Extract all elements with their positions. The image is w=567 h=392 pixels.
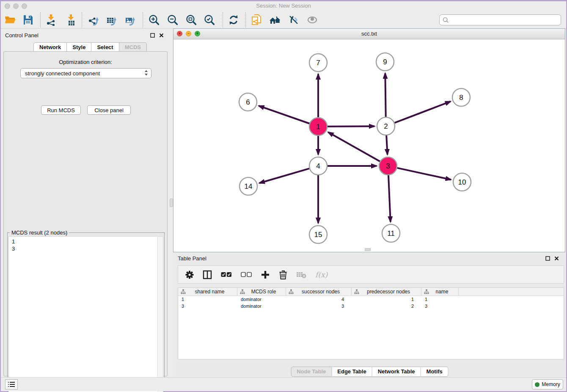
- mcds-result-title: MCDS result (2 nodes): [10, 229, 69, 236]
- network-title: scc.txt: [173, 30, 565, 37]
- export-table-button[interactable]: [105, 13, 118, 27]
- network-edge-2-8[interactable]: [395, 102, 451, 123]
- network-node-10[interactable]: 10: [453, 173, 471, 191]
- save-session-button[interactable]: [21, 13, 35, 27]
- refresh-view-button[interactable]: [227, 13, 240, 27]
- svg-text:7: 7: [316, 59, 320, 67]
- table-panel-title: Table Panel: [178, 255, 206, 262]
- network-edge-3-11[interactable]: [388, 175, 391, 222]
- home-icon: [269, 14, 281, 26]
- network-node-6[interactable]: 6: [239, 93, 257, 111]
- close-panel-icon[interactable]: [159, 33, 164, 38]
- mcds-panel: Optimization criterion: strongly connect…: [3, 51, 168, 376]
- column-selector-button[interactable]: [203, 270, 212, 279]
- splitter-grip[interactable]: [365, 248, 371, 251]
- criterion-select[interactable]: strongly connected component: [20, 68, 151, 78]
- close-panel-icon[interactable]: [554, 256, 559, 261]
- table-row[interactable]: 3dominator323: [178, 303, 564, 309]
- network-overview-button[interactable]: [306, 13, 319, 27]
- column-header-successor-nodes[interactable]: successor nodes: [286, 288, 352, 295]
- close-panel-button[interactable]: Close panel: [87, 105, 131, 115]
- scrollbar-track[interactable]: [157, 237, 163, 392]
- import-table-icon: [65, 14, 77, 26]
- delete-table-button-disabled: [296, 271, 306, 279]
- table-toolbar: f(x): [178, 265, 564, 284]
- unchecked-boxes-icon: [241, 272, 252, 278]
- delete-table-icon: [296, 271, 306, 279]
- network-node-14[interactable]: 14: [239, 177, 257, 195]
- import-table-button[interactable]: [64, 13, 78, 27]
- export-network-button[interactable]: [87, 13, 100, 27]
- table-cell: 2: [352, 303, 421, 309]
- import-network-button[interactable]: [44, 13, 58, 27]
- export-image-button[interactable]: [124, 13, 137, 27]
- column-header-name[interactable]: name: [421, 288, 459, 295]
- table-row[interactable]: 1dominator411: [178, 296, 564, 303]
- table-options-button[interactable]: [185, 271, 194, 279]
- open-folder-icon: [4, 14, 16, 26]
- splitter-grip[interactable]: [170, 199, 173, 207]
- float-panel-icon[interactable]: [150, 33, 155, 38]
- search-input[interactable]: [451, 16, 561, 24]
- column-type-icon: [424, 289, 429, 294]
- checked-boxes-icon: [221, 272, 232, 278]
- svg-text:4: 4: [316, 162, 320, 170]
- network-node-15[interactable]: 15: [309, 226, 327, 243]
- float-panel-icon[interactable]: [545, 256, 550, 261]
- network-node-2[interactable]: 2: [377, 117, 395, 135]
- tab-motifs[interactable]: Motifs: [421, 367, 449, 377]
- network-node-11[interactable]: 11: [382, 224, 400, 242]
- tab-edge-table[interactable]: Edge Table: [332, 367, 372, 377]
- delete-column-button[interactable]: [279, 270, 287, 279]
- svg-text:14: 14: [245, 182, 253, 190]
- network-node-1[interactable]: 1: [309, 118, 327, 135]
- task-history-button[interactable]: [5, 379, 18, 389]
- network-edge-2-9[interactable]: [385, 73, 385, 117]
- memory-label: Memory: [542, 381, 560, 387]
- network-edge-3-10[interactable]: [397, 168, 451, 180]
- tab-node-table[interactable]: Node Table: [291, 367, 332, 377]
- network-node-9[interactable]: 9: [376, 53, 394, 71]
- zoom-out-icon: [167, 14, 179, 26]
- mcds-result-textarea[interactable]: 1 3: [8, 236, 163, 392]
- column-type-icon: [289, 289, 294, 294]
- clone-network-button[interactable]: [250, 13, 263, 27]
- column-header-predecessor-nodes[interactable]: predecessor nodes: [352, 288, 421, 295]
- network-edge-2-3[interactable]: [386, 135, 387, 155]
- network-node-3[interactable]: 3: [379, 157, 397, 175]
- zoom-out-button[interactable]: [166, 13, 179, 27]
- network-edge-3-1[interactable]: [328, 132, 380, 161]
- import-network-icon: [45, 14, 57, 26]
- tab-network-table[interactable]: Network Table: [372, 367, 421, 377]
- select-all-button[interactable]: [221, 272, 232, 278]
- refresh-icon: [228, 14, 239, 26]
- zoom-selected-button[interactable]: [203, 13, 216, 27]
- network-node-8[interactable]: 8: [452, 88, 470, 106]
- run-mcds-button[interactable]: Run MCDS: [41, 105, 81, 115]
- memory-button[interactable]: Memory: [532, 379, 563, 389]
- network-edge-1-6[interactable]: [259, 106, 309, 124]
- network-edge-1-2[interactable]: [328, 126, 374, 127]
- toolbar-separator: [143, 12, 143, 28]
- network-node-4[interactable]: 4: [309, 157, 327, 175]
- add-column-button[interactable]: [261, 270, 270, 279]
- open-session-button[interactable]: [3, 13, 17, 27]
- window-title: Session: New Session: [1, 3, 566, 9]
- table-cell: dominator: [237, 296, 286, 303]
- zoom-fit-button[interactable]: [184, 13, 198, 27]
- zoom-in-button[interactable]: [147, 13, 161, 27]
- search-field[interactable]: [439, 14, 561, 25]
- network-canvas[interactable]: 7968124314101511: [173, 39, 565, 252]
- deselect-all-button[interactable]: [241, 272, 252, 278]
- home-fit-button[interactable]: [268, 13, 282, 27]
- network-node-7[interactable]: 7: [309, 54, 327, 72]
- export-table-icon: [106, 14, 118, 26]
- column-header-shared-name[interactable]: shared name: [178, 288, 237, 295]
- graphics-details-button[interactable]: [287, 13, 300, 27]
- column-header-MCDS-role[interactable]: MCDS role: [237, 288, 286, 295]
- combobox-arrows-icon: [144, 70, 148, 77]
- network-view-window: × − + scc.txt 7968124314101511: [173, 28, 565, 252]
- memory-status-dot: [535, 382, 539, 387]
- svg-text:10: 10: [458, 178, 466, 186]
- network-edge-4-14[interactable]: [259, 168, 309, 183]
